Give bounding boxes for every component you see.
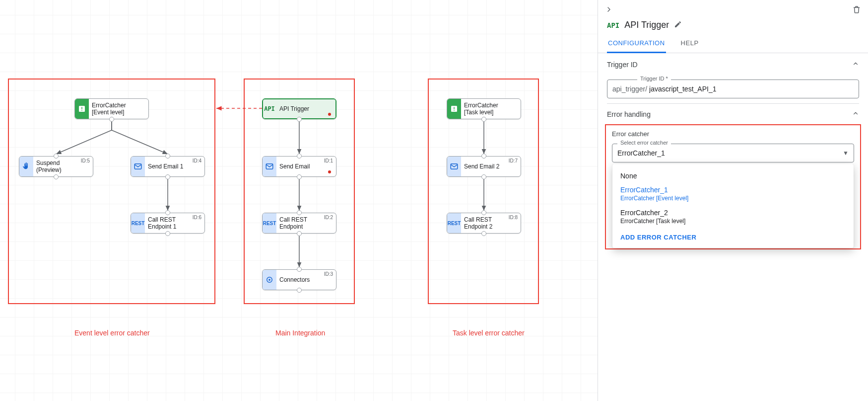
rest-icon: REST: [447, 213, 461, 233]
connector-icon: [263, 270, 276, 290]
trigger-id-prefix: api_trigger/: [612, 85, 647, 93]
node-rest[interactable]: REST Call REST Endpoint ID:2: [262, 213, 336, 234]
node-id: ID:4: [193, 158, 201, 163]
svg-rect-3: [81, 110, 82, 111]
trigger-id-label: Trigger ID *: [637, 76, 671, 81]
node-send-email[interactable]: Send Email ID:1: [262, 156, 336, 177]
dropdown-option-2[interactable]: ErrorCatcher_2: [612, 206, 854, 218]
sidebar-title: API Trigger: [624, 20, 669, 30]
error-catcher-dropdown: None ErrorCatcher_1 ErrorCatcher [Event …: [612, 164, 854, 248]
node-rest-1[interactable]: REST Call REST Endpoint 1 ID:6: [131, 213, 205, 234]
api-icon: API: [263, 99, 276, 119]
hand-icon: [19, 157, 33, 176]
warning-dot-icon: [328, 170, 331, 173]
node-id: ID:2: [324, 215, 333, 220]
node-id: ID:5: [81, 158, 90, 163]
region-main-label: Main Integration: [275, 329, 325, 337]
node-id: ID:8: [509, 215, 518, 220]
node-api-trigger[interactable]: API API Trigger: [262, 98, 336, 119]
edit-icon[interactable]: [674, 20, 682, 30]
edges: [0, 0, 598, 401]
caret-down-icon: ▼: [843, 150, 849, 157]
warning-dot-icon: [328, 113, 331, 116]
node-rest-2[interactable]: REST Call REST Endpoint 2 ID:8: [447, 213, 521, 234]
error-icon: [75, 99, 89, 119]
api-badge-icon: API: [607, 21, 619, 29]
svg-point-7: [268, 279, 270, 281]
canvas[interactable]: Event level error catcher Main Integrati…: [0, 0, 598, 401]
node-error-catcher-task[interactable]: ErrorCatcher [Task level]: [447, 98, 521, 119]
error-catcher-selected-value: ErrorCatcher_1: [617, 149, 665, 157]
dropdown-option-1[interactable]: ErrorCatcher_1: [612, 181, 854, 195]
node-suspend[interactable]: Suspend (Preview) ID:5: [19, 156, 93, 177]
delete-icon[interactable]: [852, 5, 861, 15]
node-send-email-2[interactable]: Send Email 2 ID:7: [447, 156, 521, 177]
node-id: ID:3: [324, 271, 333, 277]
trigger-id-input[interactable]: [648, 84, 854, 93]
node-label: ErrorCatcher [Task level]: [461, 101, 521, 117]
node-id: ID:6: [193, 215, 201, 220]
caret-up-icon: [852, 110, 859, 118]
node-connectors[interactable]: Connectors ID:3: [262, 269, 336, 290]
error-icon: [447, 99, 461, 119]
dropdown-option-1-sub: ErrorCatcher [Event level]: [612, 195, 854, 206]
node-label: ErrorCatcher [Event level]: [89, 101, 148, 117]
trigger-id-field[interactable]: Trigger ID * api_trigger/: [607, 80, 859, 98]
tab-help[interactable]: HELP: [680, 34, 700, 53]
dropdown-option-none[interactable]: None: [612, 169, 854, 181]
svg-rect-9: [454, 107, 455, 109]
region-event-label: Event level error catcher: [74, 329, 150, 337]
svg-rect-2: [81, 107, 82, 109]
sidebar: API API Trigger CONFIGURATION HELP Trigg…: [598, 0, 868, 401]
caret-up-icon: [852, 60, 859, 69]
dropdown-option-2-sub: ErrorCatcher [Task level]: [612, 218, 854, 229]
node-label: API Trigger: [276, 104, 336, 113]
mail-icon: [263, 157, 276, 176]
node-id: ID:7: [509, 158, 518, 163]
tab-configuration[interactable]: CONFIGURATION: [607, 34, 666, 53]
rest-icon: REST: [263, 213, 276, 233]
node-send-email-1[interactable]: Send Email 1 ID:4: [131, 156, 205, 177]
add-error-catcher-button[interactable]: ADD ERROR CATCHER: [612, 229, 854, 243]
section-error-handling-label: Error handling: [607, 110, 651, 118]
mail-icon: [131, 157, 145, 176]
mail-icon: [447, 157, 461, 176]
section-trigger-id-label: Trigger ID: [607, 61, 638, 69]
collapse-icon[interactable]: [605, 4, 613, 16]
sidebar-tabs: CONFIGURATION HELP: [598, 34, 868, 53]
error-catcher-select[interactable]: Select error catcher ErrorCatcher_1 ▼ No…: [612, 144, 854, 162]
section-error-handling[interactable]: Error handling: [607, 110, 859, 118]
node-error-catcher-event[interactable]: ErrorCatcher [Event level]: [74, 98, 149, 119]
region-task-label: Task level error catcher: [453, 329, 525, 337]
rest-icon: REST: [131, 213, 145, 233]
error-catcher-select-label: Select error catcher: [617, 140, 671, 146]
node-id: ID:1: [324, 158, 333, 163]
svg-rect-10: [454, 110, 455, 111]
error-catcher-sublabel: Error catcher: [612, 130, 854, 138]
section-trigger-id[interactable]: Trigger ID: [607, 60, 859, 69]
error-catcher-panel: Error catcher Select error catcher Error…: [605, 124, 861, 249]
